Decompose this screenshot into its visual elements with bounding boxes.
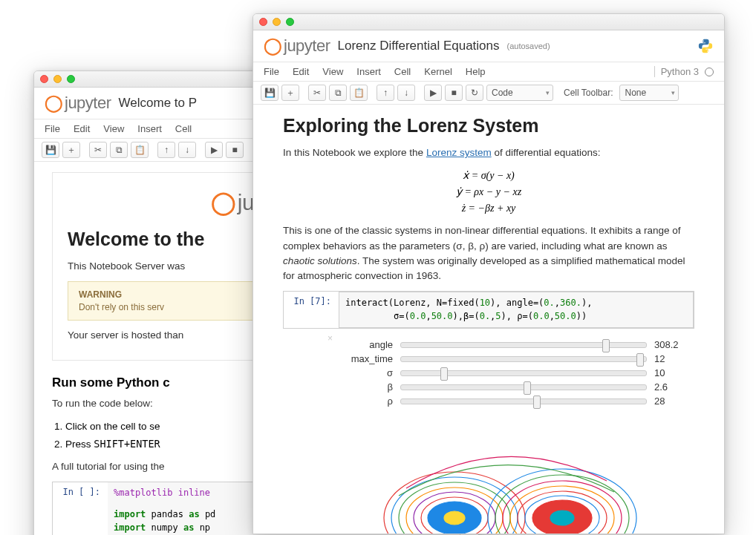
restart-button[interactable]: ↻ [466,85,483,101]
cell-type-select[interactable]: Code [486,85,553,101]
lorenz-plot [339,421,694,534]
slider-maxtime: max_time 12 [339,353,687,364]
save-button[interactable]: 💾 [42,142,59,158]
logo-icon: ◯ [211,189,235,215]
menu-file[interactable]: File [45,123,60,134]
kernel-name[interactable]: Python 3 [654,66,699,77]
move-up-button[interactable]: ↑ [157,142,175,158]
menu-insert[interactable]: Insert [137,123,162,134]
menu-file[interactable]: File [264,66,279,77]
slider-thumb[interactable] [440,367,448,381]
add-cell-button[interactable]: ＋ [281,85,299,101]
run-button[interactable]: ▶ [205,142,223,158]
zoom-light[interactable] [67,75,75,83]
notebook-header: ◯ jupyter Lorenz Differential Equations … [253,30,724,62]
logo-icon: ◯ [264,36,281,56]
add-cell-button[interactable]: ＋ [62,142,80,158]
move-down-button[interactable]: ↓ [397,85,415,101]
autosave-label: (autosaved) [507,42,550,50]
notebook-content: Exploring the Lorenz System In this Note… [253,105,724,534]
python-logo [697,38,714,54]
notebook-title[interactable]: Lorenz Differential Equations [338,39,500,53]
menu-view[interactable]: View [322,66,343,77]
body-paragraph: This is one of the classic systems in no… [283,223,694,283]
menu-insert[interactable]: Insert [356,66,381,77]
minimize-light[interactable] [53,75,62,83]
slider-rho: ρ 28 [339,395,687,407]
slider-track[interactable] [400,398,647,404]
code-area[interactable]: interact(Lorenz, N=fixed(10), angle=(0.,… [339,292,694,328]
slider-thumb[interactable] [636,353,644,367]
code-cell[interactable]: In [7]: interact(Lorenz, N=fixed(10), an… [283,291,694,329]
notebook-title[interactable]: Welcome to P [119,96,198,111]
window-lorenz: ◯ jupyter Lorenz Differential Equations … [252,13,725,534]
widget-output: × angle 308.2 max_time 12 σ 10 β 2.6 [283,329,694,417]
slider-track[interactable] [400,342,647,348]
close-light[interactable] [40,75,48,83]
svg-point-17 [550,511,574,525]
kernel-status-icon [705,68,714,76]
stop-button[interactable]: ■ [445,85,463,101]
slider-track[interactable] [400,356,647,362]
titlebar [253,14,724,30]
slider-thumb[interactable] [533,395,541,409]
logo-icon: ◯ [45,93,62,113]
menu-cell[interactable]: Cell [394,66,411,77]
copy-button[interactable]: ⧉ [329,85,347,101]
jupyter-logo[interactable]: ◯ jupyter [45,93,111,113]
slider-track[interactable] [400,370,647,376]
zoom-light[interactable] [286,18,294,26]
menu-cell[interactable]: Cell [175,123,192,134]
copy-button[interactable]: ⧉ [110,142,128,158]
slider-thumb[interactable] [602,339,610,352]
menubar: File Edit View Insert Cell Kernel Help P… [253,62,724,82]
menu-help[interactable]: Help [466,66,486,77]
paste-button[interactable]: 📋 [350,85,368,101]
jupyter-logo[interactable]: ◯ jupyter [264,36,330,56]
slider-thumb[interactable] [524,381,531,395]
toolbar: 💾 ＋ ✂ ⧉ 📋 ↑ ↓ ▶ ■ ↻ Code Cell Toolbar: N… [253,82,724,105]
save-button[interactable]: 💾 [261,85,278,101]
menu-view[interactable]: View [103,123,124,134]
intro-paragraph: In this Notebook we explore the Lorenz s… [283,145,694,160]
input-prompt: In [ ]: [53,482,103,535]
move-up-button[interactable]: ↑ [377,85,394,101]
lorenz-link[interactable]: Lorenz system [426,147,492,158]
lorenz-equations: ẋ = σ(y − x) ẏ = ρx − y − xz ż = −βz + x… [283,168,694,216]
minimize-light[interactable] [273,18,281,26]
cut-button[interactable]: ✂ [89,142,107,158]
svg-point-0 [703,40,704,41]
svg-point-9 [444,511,465,525]
slider-sigma: σ 10 [339,367,687,378]
input-prompt: In [7]: [284,292,334,328]
slider-track[interactable] [400,384,647,390]
slider-beta: β 2.6 [339,381,687,393]
cut-button[interactable]: ✂ [308,85,326,101]
close-icon[interactable]: × [328,333,333,344]
menu-edit[interactable]: Edit [74,123,90,134]
page-title: Exploring the Lorenz System [283,115,694,137]
move-down-button[interactable]: ↓ [178,142,196,158]
cell-toolbar-label: Cell Toolbar: [564,88,613,98]
svg-point-1 [707,50,708,51]
menu-edit[interactable]: Edit [293,66,309,77]
stop-button[interactable]: ■ [226,142,244,158]
slider-angle: angle 308.2 [339,339,687,350]
menu-kernel[interactable]: Kernel [424,66,452,77]
cell-toolbar-select[interactable]: None [619,85,679,101]
run-button[interactable]: ▶ [424,85,442,101]
paste-button[interactable]: 📋 [131,142,149,158]
close-light[interactable] [259,18,267,26]
